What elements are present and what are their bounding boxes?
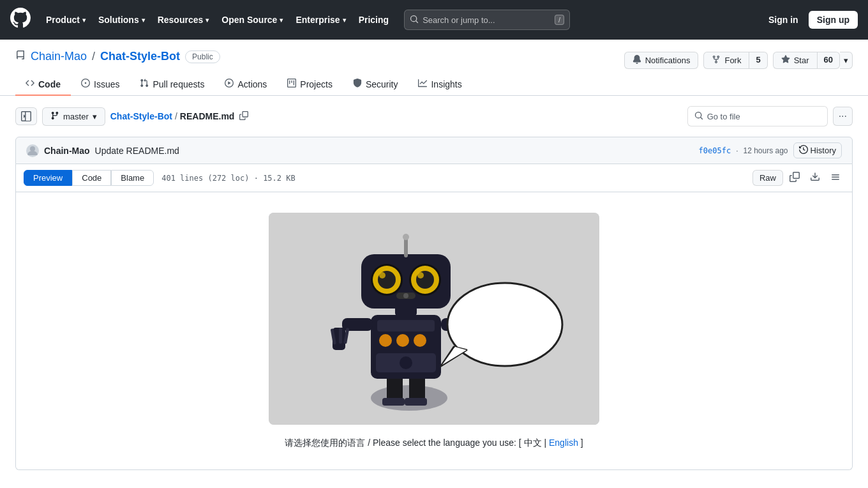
copy-path-button[interactable] xyxy=(239,111,248,122)
branch-name: master xyxy=(63,112,89,121)
tab-issues-label: Issues xyxy=(94,79,119,89)
readme-image xyxy=(269,213,599,425)
chevron-down-icon: ▾ xyxy=(206,17,209,24)
tab-security[interactable]: Security xyxy=(343,73,408,96)
repo-actions: Notifications Fork 5 xyxy=(624,52,853,69)
breadcrumb-file: README.md xyxy=(180,111,235,121)
file-view: Preview Code Blame 401 lines (272 loc) ·… xyxy=(15,164,853,470)
english-language-link[interactable]: English xyxy=(549,438,578,448)
navbar-resources[interactable]: Resources ▾ xyxy=(153,11,214,29)
tab-actions[interactable]: Actions xyxy=(214,73,277,96)
chevron-down-icon: ▾ xyxy=(82,17,86,24)
insights-icon xyxy=(418,79,427,89)
sidebar-toggle-button[interactable] xyxy=(15,107,37,125)
tab-code[interactable]: Code xyxy=(15,73,71,96)
tab-actions-label: Actions xyxy=(237,79,267,89)
star-count[interactable]: 60 xyxy=(818,52,840,69)
navbar-pricing[interactable]: Pricing xyxy=(354,11,394,29)
language-selector-text: 请选择您使用的语言 / Please select the language y… xyxy=(285,438,583,449)
fork-button[interactable]: Fork xyxy=(703,52,749,69)
commit-time: 12 hours ago xyxy=(743,146,788,155)
commit-hash[interactable]: f0e05fc xyxy=(699,146,731,155)
branch-chevron-icon: ▾ xyxy=(93,112,97,121)
breadcrumb-separator: / xyxy=(175,111,177,121)
fork-icon xyxy=(712,55,721,66)
blame-tab-button[interactable]: Blame xyxy=(111,170,154,186)
repo-tabs: Code Issues Pull requests Actions Projec… xyxy=(15,73,853,95)
file-actions: Raw xyxy=(752,169,844,187)
commit-author[interactable]: Chain-Mao xyxy=(44,146,90,156)
svg-point-10 xyxy=(414,334,426,347)
navbar-actions: Sign in Sign up xyxy=(763,11,858,29)
svg-point-34 xyxy=(447,283,562,366)
svg-rect-33 xyxy=(377,320,435,332)
raw-button[interactable]: Raw xyxy=(752,170,783,186)
search-shortcut: / xyxy=(555,15,564,25)
star-button[interactable]: Star xyxy=(773,52,818,69)
notifications-label: Notifications xyxy=(645,56,691,65)
commit-message: Update README.md xyxy=(95,146,179,156)
commit-separator: · xyxy=(736,146,738,155)
global-search[interactable]: Search or jump to... / xyxy=(404,10,570,30)
more-options-button[interactable]: ··· xyxy=(833,107,853,126)
tab-security-label: Security xyxy=(366,79,398,89)
navbar-solutions[interactable]: Solutions ▾ xyxy=(93,11,150,29)
branch-selector[interactable]: master ▾ xyxy=(42,107,105,126)
branch-icon xyxy=(50,111,59,122)
preview-tab-button[interactable]: Preview xyxy=(24,170,72,186)
github-logo-icon[interactable] xyxy=(10,8,31,32)
repo-title-row: Chain-Mao / Chat-Style-Bot Public xyxy=(15,50,220,63)
sign-in-button[interactable]: Sign in xyxy=(763,11,804,29)
repo-owner-link[interactable]: Chain-Mao xyxy=(31,50,87,63)
svg-point-30 xyxy=(417,272,424,278)
repo-name-link[interactable]: Chat-Style-Bot xyxy=(100,50,180,63)
tab-pull-requests-label: Pull requests xyxy=(153,79,204,89)
sign-up-button[interactable]: Sign up xyxy=(809,11,858,29)
navbar-open-source[interactable]: Open Source ▾ xyxy=(216,11,288,29)
actions-icon xyxy=(225,79,234,89)
repo-header: Chain-Mao / Chat-Style-Bot Public Notifi… xyxy=(0,40,868,96)
tab-projects[interactable]: Projects xyxy=(277,73,343,96)
projects-icon xyxy=(287,79,296,89)
code-icon xyxy=(26,79,34,89)
star-icon xyxy=(781,55,790,66)
repo-separator: / xyxy=(92,50,95,63)
fork-group: Fork 5 xyxy=(703,52,767,69)
navbar: Product ▾ Solutions ▾ Resources ▾ Open S… xyxy=(0,0,868,40)
file-toolbar: Preview Code Blame 401 lines (272 loc) ·… xyxy=(16,164,852,192)
breadcrumb-repo-link[interactable]: Chat-Style-Bot xyxy=(110,111,172,121)
star-dropdown-button[interactable]: ▾ xyxy=(840,52,853,69)
history-icon xyxy=(799,145,808,156)
navbar-product[interactable]: Product ▾ xyxy=(41,11,91,29)
tab-code-label: Code xyxy=(38,79,61,89)
code-tab-button[interactable]: Code xyxy=(72,170,111,186)
svg-point-22 xyxy=(403,234,409,240)
navbar-nav: Product ▾ Solutions ▾ Resources ▾ Open S… xyxy=(41,11,394,29)
history-label: History xyxy=(811,146,836,155)
svg-rect-17 xyxy=(339,328,342,344)
svg-point-0 xyxy=(30,146,35,151)
svg-point-9 xyxy=(396,334,409,347)
repo-visibility-badge: Public xyxy=(185,50,220,63)
svg-point-32 xyxy=(403,293,408,298)
history-link[interactable]: History xyxy=(793,142,842,158)
issue-icon xyxy=(81,79,90,89)
search-icon xyxy=(410,15,419,26)
download-button[interactable] xyxy=(806,169,824,187)
tab-pull-requests[interactable]: Pull requests xyxy=(130,73,214,96)
tab-issues[interactable]: Issues xyxy=(71,73,130,96)
go-to-file-search[interactable]: Go to file xyxy=(687,106,828,126)
chevron-down-icon: ▾ xyxy=(280,17,283,24)
file-view-tabs: Preview Code Blame xyxy=(24,170,154,186)
notifications-button[interactable]: Notifications xyxy=(624,52,699,69)
navbar-enterprise[interactable]: Enterprise ▾ xyxy=(290,11,350,29)
svg-point-29 xyxy=(379,272,385,278)
readme-content: 请选择您使用的语言 / Please select the language y… xyxy=(16,192,852,469)
tab-insights-label: Insights xyxy=(431,79,461,89)
copy-raw-button[interactable] xyxy=(786,169,804,187)
chevron-down-icon: ▾ xyxy=(142,17,145,24)
fork-count[interactable]: 5 xyxy=(749,52,767,69)
svg-rect-5 xyxy=(382,398,405,406)
outline-button[interactable] xyxy=(827,169,844,187)
tab-insights[interactable]: Insights xyxy=(408,73,472,96)
